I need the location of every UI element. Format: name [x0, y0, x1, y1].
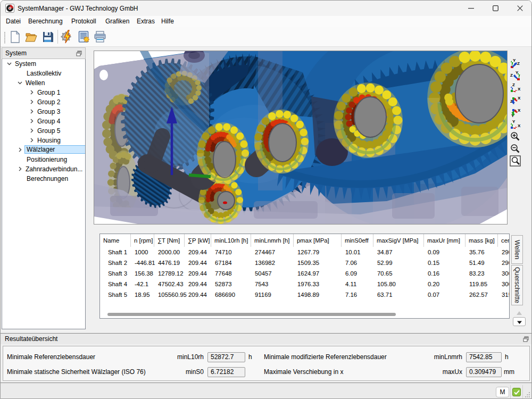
- svg-text:X: X: [518, 108, 521, 113]
- svg-text:Y: Y: [512, 119, 516, 124]
- svg-text:Y: Y: [513, 58, 516, 63]
- svg-text:Z: Z: [517, 61, 520, 66]
- svg-text:X: X: [518, 123, 521, 128]
- svg-text:X: X: [518, 96, 521, 101]
- svg-text:Z: Z: [510, 73, 513, 78]
- svg-text:Z: Z: [512, 82, 515, 87]
- svg-text:X: X: [518, 87, 521, 92]
